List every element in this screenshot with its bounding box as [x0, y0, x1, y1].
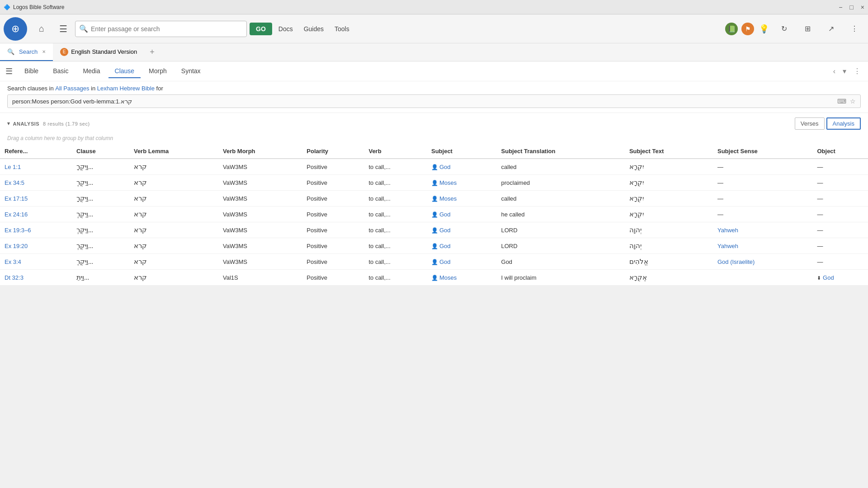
analysis-toggle[interactable]: ▾ [7, 121, 10, 127]
more-options-button[interactable]: ⋮ [852, 65, 863, 77]
refresh-button[interactable]: ↻ [774, 19, 794, 39]
tab-esv[interactable]: E English Standard Version [53, 43, 144, 61]
subject-link[interactable]: God [439, 164, 451, 170]
ref-link[interactable]: Le 1:1 [5, 164, 21, 170]
minimize-button[interactable]: − [839, 4, 842, 11]
object-text: — [812, 175, 868, 191]
verb-morph-text: VaW3MS [218, 191, 302, 206]
verb-text: to call,... [364, 270, 427, 286]
column-header-subject-translation[interactable]: Subject Translation [497, 144, 625, 159]
table-row: Ex 24:16וַיִּקְרֶ...קראVaW3MSPositiveto … [0, 206, 868, 222]
bible-type-button[interactable]: Bible [18, 65, 45, 78]
docs-button[interactable]: Docs [274, 23, 297, 35]
column-header-clause[interactable]: Clause [72, 144, 129, 159]
column-header-verb-morph[interactable]: Verb Morph [218, 144, 302, 159]
object-text: — [812, 238, 868, 254]
more-button[interactable]: ⋮ [844, 19, 864, 39]
clause-text: וַיִּקְרֶ... [76, 211, 93, 218]
search-tab-close[interactable]: ✕ [42, 49, 46, 54]
ref-link[interactable]: Ex 3:4 [5, 258, 21, 265]
column-header-verb[interactable]: Verb [364, 144, 427, 159]
subject-sense-text [713, 270, 812, 286]
subject-link[interactable]: Moses [439, 195, 457, 202]
ref-link[interactable]: Ex 34:5 [5, 179, 24, 186]
library-button[interactable]: ☰ [53, 19, 73, 39]
bulb-icon[interactable]: 💡 [758, 23, 770, 35]
subject-person-icon: 👤 [431, 211, 438, 218]
green-icon[interactable]: 📗 [725, 23, 738, 35]
clause-type-button[interactable]: Clause [108, 65, 141, 78]
subject-link[interactable]: Moses [439, 274, 457, 281]
star-icon[interactable]: ☆ [850, 98, 856, 105]
column-header-subject-sense[interactable]: Subject Sense [713, 144, 812, 159]
add-tab-button[interactable]: + [144, 43, 160, 61]
verb-lemma-text: קרא [134, 226, 147, 234]
column-header-polarity[interactable]: Polarity [302, 144, 364, 159]
home-button[interactable]: ⌂ [32, 19, 52, 39]
tools-button[interactable]: Tools [330, 23, 354, 35]
column-header-verb-lemma[interactable]: Verb Lemma [129, 144, 218, 159]
search-icon: 🔍 [79, 24, 88, 33]
subject-sense-link[interactable]: God (Israelite) [717, 258, 755, 265]
esv-icon: E [60, 48, 68, 56]
clause-text: וַיִּקְרֶ... [76, 242, 93, 249]
ref-link[interactable]: Ex 19:3–6 [5, 227, 31, 234]
syntax-type-button[interactable]: Syntax [175, 65, 207, 78]
maximize-button[interactable]: □ [849, 4, 853, 11]
ref-link[interactable]: Ex 24:16 [5, 211, 28, 218]
search-panel: ☰ Bible Basic Media Clause Morph Syntax … [0, 61, 868, 286]
column-header-object[interactable]: Object [812, 144, 868, 159]
add-tab-icon: + [150, 47, 155, 57]
object-link[interactable]: God [823, 274, 834, 281]
search-type-right-icons: ‹ ▾ ⋮ [831, 65, 863, 77]
polarity-text: Positive [302, 238, 364, 254]
ref-link[interactable]: Dt 32:3 [5, 274, 24, 281]
ref-link[interactable]: Ex 17:15 [5, 195, 28, 202]
dropdown-arrow-button[interactable]: ▾ [841, 65, 848, 77]
tab-search[interactable]: 🔍 Search ✕ [0, 43, 53, 61]
all-passages-link[interactable]: All Passages [55, 85, 89, 92]
subject-sense-text: — [713, 191, 812, 206]
subject-link[interactable]: God [439, 243, 451, 249]
table-body: Le 1:1וַיִּקְרָ...קראVaW3MSPositiveto ca… [0, 159, 868, 286]
clause-text: וַיִּקְרֶ... [76, 226, 93, 234]
column-header-subject-text[interactable]: Subject Text [625, 144, 713, 159]
verb-morph-text: VaW3MS [218, 222, 302, 238]
guides-button[interactable]: Guides [299, 23, 328, 35]
ref-link[interactable]: Ex 19:20 [5, 243, 28, 249]
titlebar-controls[interactable]: − □ × [839, 4, 864, 11]
global-search-input[interactable] [91, 25, 243, 33]
column-header-subject[interactable]: Subject [427, 144, 497, 159]
search-info: Search clauses in All Passages in Lexham… [7, 85, 861, 92]
external-button[interactable]: ↗ [821, 19, 841, 39]
query-row[interactable]: person:Moses person:God verb-lemma:1.קרא… [7, 94, 861, 108]
verses-button[interactable]: Verses [795, 117, 825, 130]
tabbar: 🔍 Search ✕ E English Standard Version + [0, 43, 868, 61]
table-header: Refere...ClauseVerb LemmaVerb MorphPolar… [0, 144, 868, 159]
subject-link[interactable]: Moses [439, 179, 457, 186]
close-button[interactable]: × [861, 4, 864, 11]
lexham-link[interactable]: Lexham Hebrew Bible [97, 85, 155, 92]
view-buttons: Verses Analysis [795, 117, 861, 130]
basic-type-button[interactable]: Basic [47, 65, 75, 78]
keyboard-icon[interactable]: ⌨ [837, 98, 846, 105]
prev-arrow-button[interactable]: ‹ [831, 65, 837, 77]
verb-text: to call,... [364, 175, 427, 191]
column-header-refere---[interactable]: Refere... [0, 144, 72, 159]
analysis-button[interactable]: Analysis [826, 117, 861, 130]
media-type-button[interactable]: Media [76, 65, 106, 78]
hamburger-menu[interactable]: ☰ [5, 66, 13, 76]
go-button[interactable]: GO [250, 23, 272, 35]
subject-link[interactable]: God [439, 258, 451, 265]
layout-button[interactable]: ⊞ [797, 19, 817, 39]
subject-link[interactable]: God [439, 227, 451, 234]
app-logo[interactable]: ⊕ [4, 17, 27, 41]
verb-lemma-text: קרא [134, 179, 147, 186]
orange-icon[interactable]: ⚑ [741, 23, 754, 35]
subject-link[interactable]: God [439, 211, 451, 218]
toolbar: ⊕ ⌂ ☰ 🔍 GO Docs Guides Tools 📗 ⚑ 💡 ↻ ⊞ ↗… [0, 14, 868, 43]
global-search-box[interactable]: 🔍 [75, 21, 247, 37]
subject-sense-link[interactable]: Yahweh [717, 243, 738, 249]
subject-sense-link[interactable]: Yahweh [717, 227, 738, 234]
morph-type-button[interactable]: Morph [142, 65, 173, 78]
